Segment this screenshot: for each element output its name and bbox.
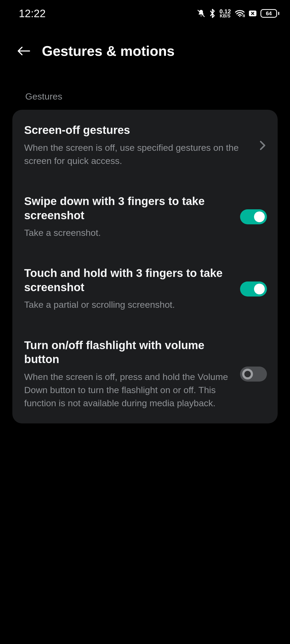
row-title: Swipe down with 3 fingers to take screen… — [24, 194, 232, 222]
row-subtitle: When the screen is off, press and hold t… — [24, 370, 232, 410]
row-title: Turn on/off flashlight with volume butto… — [24, 338, 232, 367]
status-icons: 0.12 KB/S 64 — [197, 9, 279, 18]
chevron-right-icon — [258, 137, 267, 154]
row-subtitle: Take a screenshot. — [24, 226, 232, 239]
toggle-swipe-screenshot[interactable] — [240, 209, 267, 224]
battery-indicator: 64 — [260, 9, 279, 18]
network-speed-unit: KB/S — [220, 14, 230, 18]
toggle-knob — [254, 211, 265, 222]
row-hold-3-fingers-screenshot[interactable]: Touch and hold with 3 fingers to take sc… — [20, 253, 270, 325]
page-title: Gestures & motions — [42, 43, 175, 59]
row-flashlight-volume[interactable]: Turn on/off flashlight with volume butto… — [20, 325, 270, 423]
toggle-flashlight[interactable] — [240, 367, 267, 382]
status-time: 12:22 — [19, 8, 46, 20]
row-text: Touch and hold with 3 fingers to take sc… — [24, 266, 232, 311]
row-swipe-3-fingers-screenshot[interactable]: Swipe down with 3 fingers to take screen… — [20, 181, 270, 253]
row-text: Swipe down with 3 fingers to take screen… — [24, 194, 232, 239]
battery-tip — [278, 12, 279, 15]
network-speed: 0.12 KB/S — [219, 9, 231, 18]
toggle-knob — [242, 369, 253, 379]
section-header-gestures: Gestures — [0, 64, 290, 110]
row-text: Screen-off gestures When the screen is o… — [24, 123, 250, 167]
page-header: Gestures & motions — [0, 27, 290, 64]
sim-card-icon — [249, 10, 257, 17]
row-screen-off-gestures[interactable]: Screen-off gestures When the screen is o… — [20, 110, 270, 181]
battery-level: 64 — [260, 9, 277, 18]
settings-card: Screen-off gestures When the screen is o… — [12, 110, 278, 423]
bluetooth-icon — [209, 9, 216, 18]
toggle-knob — [254, 284, 265, 294]
row-text: Turn on/off flashlight with volume butto… — [24, 338, 232, 410]
network-speed-value: 0.12 — [219, 9, 231, 14]
row-title: Touch and hold with 3 fingers to take sc… — [24, 266, 232, 294]
toggle-hold-screenshot[interactable] — [240, 281, 267, 297]
row-subtitle: Take a partial or scrolling screenshot. — [24, 298, 232, 311]
back-button[interactable] — [16, 43, 31, 58]
status-bar: 12:22 0.12 KB/S — [0, 0, 290, 27]
wifi-icon — [235, 9, 245, 17]
row-subtitle: When the screen is off, use specified ge… — [24, 141, 250, 168]
row-title: Screen-off gestures — [24, 123, 250, 137]
svg-point-0 — [239, 16, 240, 17]
mute-icon — [197, 9, 205, 18]
